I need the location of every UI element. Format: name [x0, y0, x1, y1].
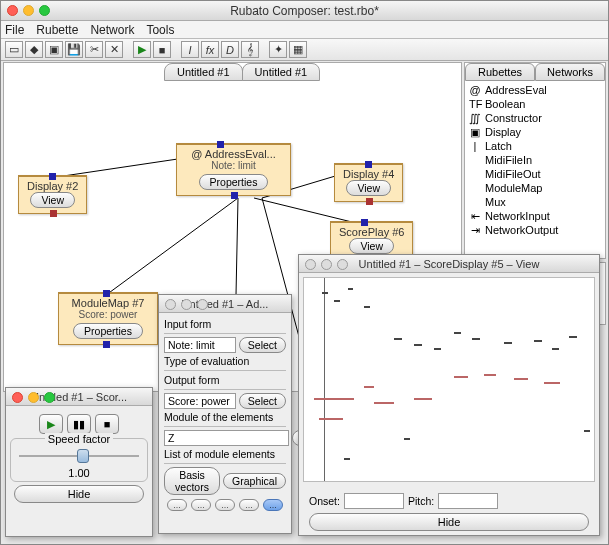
canvas-tabs: Untitled #1 Untitled #1 [164, 63, 319, 81]
save-icon[interactable]: 💾 [65, 41, 83, 58]
minimize-icon[interactable] [321, 259, 332, 270]
onset-input[interactable] [344, 493, 404, 509]
page-dot-selected[interactable]: … [263, 499, 283, 511]
rubette-midifilein[interactable]: MidiFileIn [469, 153, 601, 167]
open-icon[interactable]: ◆ [25, 41, 43, 58]
pause-button[interactable]: ▮▮ [67, 414, 91, 434]
rubette-latch[interactable]: |Latch [469, 139, 601, 153]
constructor-icon: ∭ [469, 111, 481, 125]
output-form-value: Score: power [164, 393, 236, 409]
addresseval-panel[interactable]: Untitled #1 – Ad... Input form Note: lim… [158, 294, 292, 534]
stop-button[interactable]: ■ [95, 414, 119, 434]
node-display2-view-button[interactable]: View [30, 192, 75, 208]
zoom-icon[interactable] [39, 5, 50, 16]
page-dot[interactable]: … [215, 499, 235, 511]
rubette-display[interactable]: ▣Display [469, 125, 601, 139]
menu-rubette[interactable]: Rubette [36, 23, 78, 37]
graphical-button[interactable]: Graphical [223, 473, 286, 489]
rubette-networkinput[interactable]: ⇤NetworkInput [469, 209, 601, 223]
node-addresseval-title: @ AddressEval... [185, 148, 282, 160]
new-icon[interactable]: ▭ [5, 41, 23, 58]
svg-line-1 [102, 198, 238, 298]
menubar: File Rubette Network Tools [1, 21, 608, 39]
delete-icon[interactable]: ✕ [105, 41, 123, 58]
display-icon: ▣ [469, 125, 481, 139]
node-display4[interactable]: Display #4 View [334, 163, 403, 202]
page-dot[interactable]: … [167, 499, 187, 511]
close-icon[interactable] [305, 259, 316, 270]
scoreplay-hide-button[interactable]: Hide [14, 485, 144, 503]
pitch-label: Pitch: [408, 495, 434, 507]
output-form-select-button[interactable]: Select [239, 393, 286, 409]
d-icon[interactable]: D [221, 41, 239, 58]
node-modulemap-props-button[interactable]: Properties [73, 323, 143, 339]
dot-pager: … … … … … [164, 499, 286, 511]
sidebar-tab-rubettes[interactable]: Rubettes [465, 63, 535, 81]
speed-value: 1.00 [15, 467, 143, 479]
close-icon[interactable] [12, 392, 23, 403]
scoreplay-panel[interactable]: Untitled #1 – Scor... ▶ ▮▮ ■ Speed facto… [5, 387, 153, 537]
module-input[interactable] [164, 430, 289, 446]
node-modulemap[interactable]: ModuleMap #7 Score: power Properties [58, 292, 158, 345]
rubette-boolean[interactable]: TFBoolean [469, 97, 601, 111]
menu-tools[interactable]: Tools [146, 23, 174, 37]
pitch-input[interactable] [438, 493, 498, 509]
rubette-modulemap[interactable]: ModuleMap [469, 181, 601, 195]
tab-untitled-1b[interactable]: Untitled #1 [242, 63, 321, 81]
zoom-icon[interactable] [44, 392, 55, 403]
node-addresseval-props-button[interactable]: Properties [199, 174, 269, 190]
page-dot[interactable]: … [191, 499, 211, 511]
rubette-constructor[interactable]: ∭Constructor [469, 111, 601, 125]
basis-vectors-button[interactable]: Basis vectors [164, 467, 220, 495]
node-scoreplay-title: ScorePlay #6 [339, 226, 404, 238]
node-modulemap-subtitle: Score: power [67, 309, 149, 320]
rubette-list: @AddressEval TFBoolean ∭Constructor ▣Dis… [465, 81, 605, 239]
sidebar-tab-networks[interactable]: Networks [535, 63, 605, 81]
node-modulemap-title: ModuleMap #7 [67, 297, 149, 309]
latch-icon: | [469, 139, 481, 153]
italic-icon[interactable]: I [181, 41, 199, 58]
rubette-networkoutput[interactable]: ⇥NetworkOutput [469, 223, 601, 237]
rubette-midifileout[interactable]: MidiFileOut [469, 167, 601, 181]
sidebar: Rubettes Networks @AddressEval TFBoolean… [464, 62, 606, 259]
add-icon[interactable]: ▣ [45, 41, 63, 58]
fx-icon[interactable]: fx [201, 41, 219, 58]
scoredisplay-hide-button[interactable]: Hide [309, 513, 589, 531]
stop-icon[interactable]: ■ [153, 41, 171, 58]
cut-icon[interactable]: ✂ [85, 41, 103, 58]
node-display4-view-button[interactable]: View [346, 180, 391, 196]
tool2-icon[interactable]: ▦ [289, 41, 307, 58]
onset-label: Onset: [309, 495, 340, 507]
close-icon[interactable] [7, 5, 18, 16]
link-icon[interactable]: 𝄞 [241, 41, 259, 58]
menu-network[interactable]: Network [90, 23, 134, 37]
speed-slider[interactable] [19, 449, 139, 463]
netout-icon: ⇥ [469, 223, 481, 237]
zoom-icon[interactable] [197, 299, 208, 310]
run-icon[interactable]: ▶ [133, 41, 151, 58]
minimize-icon[interactable] [28, 392, 39, 403]
zoom-icon[interactable] [337, 259, 348, 270]
scoredisplay-view-panel[interactable]: Untitled #1 – ScoreDisplay #5 – View Ons… [298, 254, 600, 536]
score-plot[interactable] [303, 277, 595, 482]
output-form-hdr: Output form [164, 374, 286, 386]
node-display2[interactable]: Display #2 View [18, 175, 87, 214]
page-dot[interactable]: … [239, 499, 259, 511]
play-button[interactable]: ▶ [39, 414, 63, 434]
node-display4-title: Display #4 [343, 168, 394, 180]
netin-icon: ⇤ [469, 209, 481, 223]
close-icon[interactable] [165, 299, 176, 310]
minimize-icon[interactable] [181, 299, 192, 310]
node-addresseval[interactable]: @ AddressEval... Note: limit Properties [176, 143, 291, 196]
input-form-select-button[interactable]: Select [239, 337, 286, 353]
node-scoreplay-view-button[interactable]: View [349, 238, 394, 254]
tool1-icon[interactable]: ✦ [269, 41, 287, 58]
rubette-mux[interactable]: Mux [469, 195, 601, 209]
rubette-addresseval[interactable]: @AddressEval [469, 83, 601, 97]
node-addresseval-subtitle: Note: limit [185, 160, 282, 171]
toolbar: ▭ ◆ ▣ 💾 ✂ ✕ ▶ ■ I fx D 𝄞 ✦ ▦ [1, 39, 608, 61]
traffic-lights[interactable] [7, 5, 50, 16]
minimize-icon[interactable] [23, 5, 34, 16]
tab-untitled-1a[interactable]: Untitled #1 [164, 63, 243, 81]
menu-file[interactable]: File [5, 23, 24, 37]
